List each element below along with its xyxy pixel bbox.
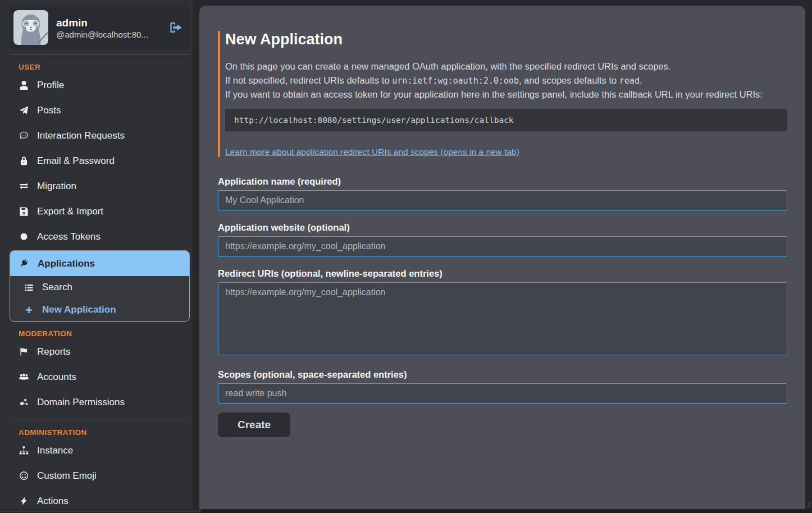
- scopes-input[interactable]: [218, 383, 787, 404]
- scopes-field-group: Scopes (optional, space-separated entrie…: [218, 369, 787, 404]
- intro-block: New Application On this page you can cre…: [218, 31, 787, 157]
- applications-submenu: Search New Application: [10, 276, 189, 321]
- section-label-moderation: MODERATION: [10, 329, 189, 338]
- sidebar-item-label: Email & Password: [37, 155, 115, 167]
- sidebar-item-label: Actions: [37, 496, 69, 507]
- application-name-field-group: Application name (required): [218, 176, 787, 210]
- bolt-icon: [19, 496, 29, 506]
- main-wrapper: New Application On this page you can cre…: [193, 0, 812, 513]
- sidebar-item-interaction-requests[interactable]: Interaction Requests: [10, 123, 190, 148]
- sidebar-divider: [10, 420, 190, 420]
- sidebar-item-label: Custom Emoji: [37, 470, 97, 482]
- lock-icon: [19, 156, 29, 166]
- sidebar-divider: [10, 54, 190, 55]
- sidebar-item-accounts[interactable]: Accounts: [10, 364, 190, 390]
- redirect-uris-label: Redirect URIs (optional, newline-separat…: [218, 268, 787, 279]
- sidebar-item-label: Posts: [37, 105, 61, 116]
- horizontal-scrollbar-thumb[interactable]: [0, 510, 201, 512]
- sidebar-item-label: Accounts: [37, 372, 76, 383]
- resize-grip-icon: //: [808, 502, 811, 509]
- sidebar-item-label: Interaction Requests: [37, 130, 125, 141]
- intro-line1: On this page you can create a new manage…: [225, 61, 670, 71]
- sidebar-item-label: Migration: [37, 181, 76, 192]
- list-icon: [24, 283, 34, 292]
- redirect-uris-textarea[interactable]: [218, 282, 787, 355]
- sidebar-item-posts[interactable]: Posts: [10, 98, 190, 123]
- user-handle: @admin@localhost:80...: [56, 30, 158, 39]
- sidebar-item-instance[interactable]: Instance: [10, 438, 190, 463]
- horizontal-scrollbar[interactable]: [0, 509, 812, 513]
- intro-paragraph: On this page you can create a new manage…: [225, 59, 787, 102]
- application-name-input[interactable]: [218, 190, 787, 210]
- sidebar-item-email-password[interactable]: Email & Password: [10, 148, 190, 173]
- application-website-input[interactable]: [218, 236, 787, 256]
- sidebar-item-label: Export & Import: [37, 206, 103, 217]
- oob-code: urn:ietf:wg:oauth:2.0:oob: [392, 76, 519, 86]
- sidebar-item-domain-permissions[interactable]: Domain Permissions: [10, 390, 190, 415]
- page-title: New Application: [225, 31, 787, 48]
- callback-url-code-block: http://localhost:8080/settings/user/appl…: [225, 109, 787, 131]
- intro-line2-pre: If not specified, redirect URIs defaults…: [225, 75, 392, 85]
- sidebar-item-label: Access Tokens: [37, 231, 101, 242]
- sidebar-item-label: Search: [42, 282, 72, 293]
- sidebar-item-applications-new[interactable]: New Application: [10, 299, 190, 321]
- application-website-label: Application website (optional): [218, 222, 787, 233]
- paper-plane-icon: [19, 106, 29, 115]
- user-meta: admin @admin@localhost:80...: [56, 16, 158, 40]
- sidebar-item-applications[interactable]: Applications: [10, 251, 190, 276]
- user-card[interactable]: admin @admin@localhost:80...: [10, 6, 190, 49]
- sidebar-item-migration[interactable]: Migration: [10, 173, 190, 199]
- scopes-label: Scopes (optional, space-separated entrie…: [218, 369, 787, 380]
- flag-icon: [19, 347, 29, 356]
- create-button[interactable]: Create: [218, 413, 290, 437]
- users-icon: [19, 372, 29, 382]
- section-label-administration: ADMINISTRATION: [10, 428, 189, 437]
- sidebar-item-export-import[interactable]: Export & Import: [10, 199, 190, 224]
- certificate-icon: [19, 232, 29, 241]
- sidebar-item-label: Domain Permissions: [37, 397, 125, 408]
- user-display-name: admin: [56, 16, 158, 30]
- share-nodes-icon: [19, 397, 29, 407]
- read-code: read: [619, 76, 640, 86]
- plug-icon: [19, 259, 29, 268]
- sidebar-item-profile[interactable]: Profile: [10, 72, 190, 98]
- application-website-field-group: Application website (optional): [218, 222, 787, 256]
- sitemap-icon: [19, 446, 29, 455]
- section-label-user: USER: [10, 63, 189, 71]
- sidebar-item-label: Reports: [37, 346, 71, 358]
- intro-line2-post: .: [640, 75, 642, 85]
- sidebar-item-applications-search[interactable]: Search: [10, 276, 190, 299]
- sidebar-item-label: Applications: [38, 258, 95, 269]
- sidebar-item-label: Instance: [37, 445, 73, 456]
- sidebar-item-access-tokens[interactable]: Access Tokens: [10, 224, 190, 249]
- sidebar-item-reports[interactable]: Reports: [10, 339, 190, 364]
- comment-dots-icon: [19, 131, 29, 140]
- sign-out-icon[interactable]: [166, 20, 184, 35]
- sidebar-item-label: Profile: [37, 80, 64, 91]
- new-application-form: Application name (required) Application …: [218, 176, 787, 437]
- sidebar-item-label: New Application: [42, 304, 116, 315]
- sidebar-item-custom-emoji[interactable]: Custom Emoji: [10, 463, 190, 488]
- smiley-icon: [19, 471, 29, 480]
- applications-nav-group: Applications Search New Application: [10, 250, 190, 322]
- user-icon: [19, 80, 29, 90]
- application-name-label: Application name (required): [218, 176, 787, 187]
- transfer-arrows-icon: [19, 181, 29, 191]
- settings-sidebar: admin @admin@localhost:80... USER Profil…: [0, 0, 193, 513]
- intro-line3: If you want to obtain an access token fo…: [225, 89, 763, 99]
- redirect-uris-field-group: Redirect URIs (optional, newline-separat…: [218, 268, 787, 358]
- intro-line2-mid: , and scopes defaults to: [519, 75, 619, 85]
- floppy-disk-icon: [19, 207, 29, 216]
- plus-icon: [24, 305, 34, 315]
- sloth-avatar: [13, 10, 48, 45]
- learn-more-link[interactable]: Learn more about application redirect UR…: [225, 147, 519, 157]
- new-application-panel: New Application On this page you can cre…: [199, 6, 805, 513]
